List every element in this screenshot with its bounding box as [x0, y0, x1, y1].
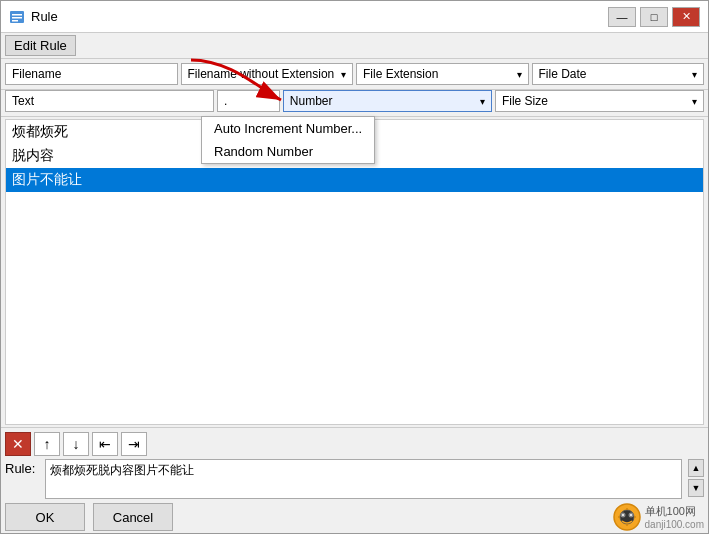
random-number-item[interactable]: Random Number: [202, 140, 374, 163]
svg-rect-2: [12, 17, 22, 19]
rule-label: Rule:: [5, 459, 41, 476]
dialog-buttons: OK Cancel 单机100网 da: [5, 503, 704, 531]
svg-rect-3: [12, 20, 18, 22]
watermark-url: danji100.com: [645, 519, 704, 530]
dot-button[interactable]: .: [217, 90, 280, 112]
cancel-button[interactable]: Cancel: [93, 503, 173, 531]
scroll-up-button[interactable]: ▲: [688, 459, 704, 477]
window-icon: [9, 9, 25, 25]
title-bar: Rule — □ ✕: [1, 1, 708, 33]
ok-button[interactable]: OK: [5, 503, 85, 531]
main-window: Rule — □ ✕ Edit Rule Filename Filename w…: [0, 0, 709, 534]
move-up-button[interactable]: ↑: [34, 432, 60, 456]
svg-rect-1: [12, 14, 22, 16]
number-dropdown-menu: Auto Increment Number... Random Number: [201, 116, 375, 164]
delete-button[interactable]: ✕: [5, 432, 31, 456]
filename-button[interactable]: Filename: [5, 63, 178, 85]
svg-point-9: [622, 514, 624, 516]
scroll-down-button[interactable]: ▼: [688, 479, 704, 497]
watermark-site: 单机100网: [645, 504, 704, 519]
dropdown-arrow-icon: ▾: [517, 69, 522, 80]
move-down-button[interactable]: ↓: [63, 432, 89, 456]
toolbar-row1: Filename Filename without Extension ▾ Fi…: [1, 59, 708, 90]
rule-textarea[interactable]: 烦都烦死脱内容图片不能让: [45, 459, 682, 499]
restore-button[interactable]: □: [640, 7, 668, 27]
rule-section: Rule: 烦都烦死脱内容图片不能让 ▲ ▼: [5, 459, 704, 499]
move-first-button[interactable]: ⇤: [92, 432, 118, 456]
dropdown-arrow-icon: ▾: [692, 69, 697, 80]
bottom-bar: ✕ ↑ ↓ ⇤ ⇥ Rule: 烦都烦死脱内容图片不能让 ▲ ▼ OK Canc…: [1, 427, 708, 533]
window-title: Rule: [31, 9, 58, 24]
filename-without-ext-button[interactable]: Filename without Extension ▾: [181, 63, 354, 85]
minimize-button[interactable]: —: [608, 7, 636, 27]
dropdown-arrow-icon: ▾: [692, 96, 697, 107]
action-buttons: ✕ ↑ ↓ ⇤ ⇥: [5, 432, 704, 456]
dropdown-arrow-icon: ▾: [480, 96, 485, 107]
file-date-button[interactable]: File Date ▾: [532, 63, 705, 85]
close-button[interactable]: ✕: [672, 7, 700, 27]
svg-point-10: [630, 514, 632, 516]
text-button[interactable]: Text: [5, 90, 214, 112]
auto-increment-item[interactable]: Auto Increment Number...: [202, 117, 374, 140]
list-item-selected[interactable]: 图片不能让: [6, 168, 703, 192]
file-extension-button[interactable]: File Extension ▾: [356, 63, 529, 85]
title-controls: — □ ✕: [608, 7, 700, 27]
number-button[interactable]: Number ▾: [283, 90, 492, 112]
watermark: 单机100网 danji100.com: [613, 503, 704, 531]
file-size-button[interactable]: File Size ▾: [495, 90, 704, 112]
watermark-icon: [613, 503, 641, 531]
toolbar-row2: Text . Number ▾ File Size ▾ Auto Increme…: [1, 90, 708, 117]
dropdown-arrow-icon: ▾: [341, 69, 346, 80]
content-area: 烦都烦死 脱内容 图片不能让: [5, 119, 704, 425]
move-last-button[interactable]: ⇥: [121, 432, 147, 456]
menu-item-edit-rule[interactable]: Edit Rule: [5, 35, 76, 56]
menu-bar: Edit Rule: [1, 33, 708, 59]
title-bar-left: Rule: [9, 9, 58, 25]
